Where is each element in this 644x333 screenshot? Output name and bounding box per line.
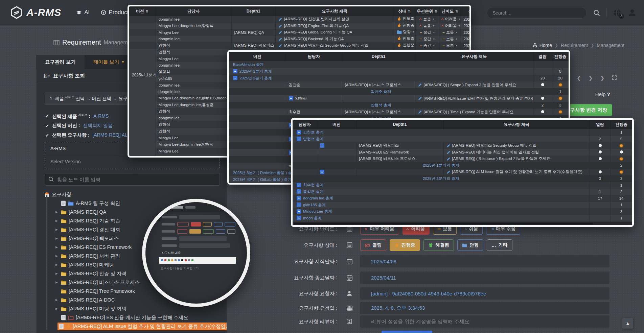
status-chip[interactable]: 진행중▾ [397, 43, 416, 48]
group-total-link[interactable]: 2025년 1분기 총계 [239, 69, 272, 73]
global-search-input[interactable] [487, 7, 587, 19]
option-button[interactable]: 해결됨 [423, 239, 454, 251]
column-header[interactable]: 요구사항 제목 [275, 6, 394, 16]
group-total-link[interactable]: 2025년 1분기의 총계 [423, 163, 459, 167]
table-row[interactable]: +양형석[ARMS-REQ] ALM Issue 컬럼 추가 및 현황관리 보기… [229, 95, 569, 102]
status-chip[interactable]: 진행중▾ [397, 16, 416, 22]
table-row[interactable]: 김찬호[ARMS-REQ] 비즈니스 프로세스[ARMS-REQ] ( Scop… [229, 81, 569, 88]
table-row[interactable]: 최수현[ARMS-REQ] 비즈니스 프로세스[ARMS-REQ] ( Time… [229, 109, 569, 115]
group-total-link[interactable]: 2025년 2분기의 총계 [423, 176, 459, 181]
column-header[interactable]: Depth1 [342, 52, 415, 61]
table-row[interactable]: [ARMS-REQ] ES Framework[ARMS-REQ] 데이터는 최… [293, 149, 632, 156]
column-header[interactable]: 요구사항 제목 [443, 120, 590, 129]
table-row[interactable]: +최수현 총계1 [293, 182, 632, 189]
table-row[interactable]: −[ARMS-REQ] 백오피스[ARMS-REQ] 백오피스 Security… [293, 142, 632, 149]
group-total-link[interactable]: 양형석 총계 [303, 137, 324, 141]
search-icon[interactable] [593, 9, 600, 17]
status-dot-orange[interactable] [620, 171, 623, 173]
table-row[interactable]: 양형석 총계23 [229, 102, 569, 109]
table-row[interactable]: dongmin lee[ARMS-REQ] 신경호 변리사님께 설명진행중▾‹높… [129, 16, 471, 23]
table-row[interactable]: +gkfn185 총계1 [293, 202, 632, 209]
table-row[interactable]: +moon 총계1 [293, 215, 632, 222]
expand-plus-icon[interactable]: + [297, 189, 301, 194]
collapse-minus-icon[interactable]: − [297, 137, 301, 141]
form-value[interactable]: 2025/04/11 [360, 271, 610, 284]
column-header[interactable]: 버전⇅ [129, 6, 156, 16]
group-total-link[interactable]: 2025년 3분기 ( Redmine 활용 ) 총계 [233, 171, 296, 175]
group-total-link[interactable]: 김찬호 총계 [371, 90, 391, 94]
status-chip[interactable]: 진행중▾ [397, 23, 416, 28]
form-input-placeholder[interactable]: 리뷰어 설정을 위한 계정명을 입력해 주세요 [360, 315, 610, 328]
table-row[interactable]: BaseVersion 총계 [229, 61, 569, 68]
option-button[interactable]: …기타 [487, 239, 512, 251]
column-header[interactable]: Depth1 [231, 6, 275, 16]
status-chip[interactable]: −보통▾ [442, 30, 457, 35]
group-total-link[interactable]: 김찬호 총계 [303, 130, 324, 134]
help-link[interactable]: Help ? [595, 91, 610, 97]
partial-button[interactable] [382, 331, 432, 333]
form-value[interactable]: [admin] - 9af24080-050d-4943-b40e-d789c0… [360, 287, 610, 300]
expand-plus-icon[interactable]: + [297, 183, 301, 187]
status-dot-orange[interactable] [559, 97, 562, 100]
status-dot-orange[interactable] [620, 158, 623, 160]
menu-item-product[interactable]: Product [101, 9, 129, 16]
table-row[interactable]: Mingyu Lee,dongmin lee,양형석[ARMS-REQ] Eng… [129, 23, 471, 29]
group-total-link[interactable]: moon 총계 [303, 216, 322, 220]
expand-plus-icon[interactable]: + [297, 196, 301, 200]
group-total-link[interactable]: 2025년 2분기 총계 [239, 76, 272, 80]
node-search-input[interactable] [45, 173, 220, 186]
table-row[interactable]: [ARMS-REQ] 비즈니스 프로세스[ARMS-REQ] ( Resourc… [293, 156, 632, 162]
column-header[interactable]: Depth1 [356, 120, 443, 129]
status-dot-white[interactable] [541, 97, 544, 100]
option-button[interactable]: 닫힘 [457, 239, 483, 251]
status-chip[interactable]: ‹어려움▾ [442, 16, 460, 22]
status-dot-white[interactable] [599, 150, 602, 153]
prev-icon[interactable]: ❮ [577, 75, 581, 81]
group-total-link[interactable]: 홍성훈 총계 [303, 190, 324, 194]
requirement-title-link[interactable]: [ARMS-REQ] Backend 의 기능 QA [284, 37, 344, 41]
requirement-title-link[interactable]: [ARMS-REQ] 백오피스 Security Group 메뉴 작업 [452, 143, 537, 147]
requirement-title-link[interactable]: [ARMS-REQ] ( Scope ) Expand 기능을 만들어 주세요 [424, 83, 516, 87]
column-header[interactable]: 요구사항 제목 [415, 52, 533, 61]
requirement-title-link[interactable]: [ARMS-REQ] 신경호 변리사님께 설명 [284, 17, 349, 21]
table-row[interactable]: dongmin lee[ARMS-REQ] Backend 의 기능 QA진행중… [129, 36, 471, 43]
status-chip[interactable]: 진행중▾ [397, 36, 416, 41]
table-row[interactable]: Mingyu Lee[ARMS-REQ] QA[ARMS-REQ] Global… [129, 29, 471, 36]
column-header[interactable]: 진행중 [552, 52, 569, 61]
table-row[interactable]: 2025년 2분기의 총계33 [293, 175, 632, 182]
tab-table-view[interactable]: 테이블 보기 ▼ [85, 55, 133, 69]
column-header[interactable]: 우선순위⇅ [415, 6, 439, 16]
requirement-title-link[interactable]: [ARMS-REQ] Global Config 의 기능 QA [284, 30, 352, 34]
requirement-title-link[interactable]: [ARMS-REQ] ALM Issue 컬럼 추가 및 현황관리 보기 종류 … [424, 96, 533, 100]
table-row[interactable]: 양형석[ARMS-REQ] 백오피스[ARMS-REQ] 백오피스 Securi… [129, 42, 471, 49]
option-button[interactable]: 진행중 [390, 239, 420, 251]
status-chip[interactable]: ‹높음▾ [420, 23, 434, 29]
status-dot-white[interactable] [599, 157, 602, 160]
tree-item[interactable]: [ARMS-REQ] ES 전용 게시판 기능을 구현해 주세요 [44, 313, 223, 322]
column-header[interactable]: 상태⇅ [394, 6, 415, 16]
status-dot-orange[interactable] [620, 144, 623, 147]
status-chip[interactable]: −중간▾ [420, 30, 435, 35]
status-dot-orange[interactable] [559, 111, 562, 113]
status-chip[interactable]: −보통▾ [442, 37, 457, 42]
expand-plus-icon[interactable]: + [297, 203, 301, 207]
status-dot-white[interactable] [541, 83, 544, 86]
requirement-title-link[interactable]: [ARMS-REQ] Engine-Fire 의 기능 QA [284, 24, 349, 28]
user-profile-icon[interactable] [628, 8, 637, 17]
expand-plus-icon[interactable]: + [233, 69, 237, 73]
requirement-title-link[interactable]: [ARMS-REQ] ( Time ) Expand 기능을 만들어 주세요 [424, 110, 514, 114]
status-dot-orange[interactable] [559, 84, 562, 86]
group-total-link[interactable]: gkfn185 총계 [303, 203, 326, 207]
expand-plus-icon[interactable]: + [289, 96, 293, 100]
column-header[interactable]: 진행중 [611, 120, 632, 129]
requirement-title-link[interactable]: [ARMS-REQ] 백오피스 Security Group 메뉴 작업 [284, 43, 369, 47]
requirement-title-link[interactable]: [ARMS-REQ] 데이터는 최신 업데이트 일자로 정렬 [452, 150, 539, 154]
table-row[interactable]: 김찬호 총계1 [229, 88, 569, 95]
tree-item[interactable]: 요구사항 [44, 190, 223, 199]
table-row[interactable]: +[ARMS-REQ] ALM Issue 컬럼 추가 및 현황관리 보기 종류… [293, 169, 632, 175]
form-value[interactable]: 2025/04/08 [360, 255, 610, 267]
table-row[interactable]: +2025년 1분기 총계8 [229, 68, 569, 75]
group-total-link[interactable]: BaseVersion 총계 [233, 63, 264, 67]
table-row[interactable]: +김찬호 총계1 [293, 129, 632, 136]
expand-plus-icon[interactable]: + [297, 130, 301, 135]
